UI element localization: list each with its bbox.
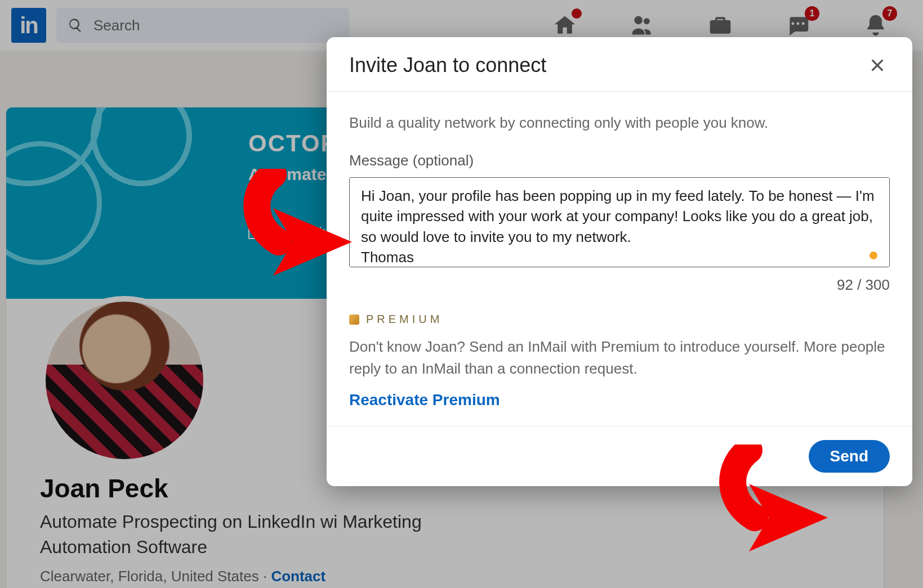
modal-close-button[interactable]: [865, 53, 890, 78]
char-counter: 92 / 300: [349, 276, 890, 294]
grammar-indicator-icon: [870, 252, 877, 259]
message-label: Message (optional): [349, 152, 890, 169]
modal-title: Invite Joan to connect: [349, 53, 546, 77]
reactivate-premium-link[interactable]: Reactivate Premium: [349, 391, 500, 409]
premium-upsell-text: Don't know Joan? Send an InMail with Pre…: [349, 336, 890, 380]
premium-tag-text: PREMIUM: [366, 313, 443, 326]
close-icon: [868, 56, 886, 74]
premium-icon: [349, 315, 359, 325]
premium-tag: PREMIUM: [349, 313, 890, 326]
send-button[interactable]: Send: [809, 440, 890, 473]
invite-modal: Invite Joan to connect Build a quality n…: [327, 37, 912, 486]
modal-tip: Build a quality network by connecting on…: [349, 114, 890, 132]
message-textarea[interactable]: [349, 177, 890, 267]
